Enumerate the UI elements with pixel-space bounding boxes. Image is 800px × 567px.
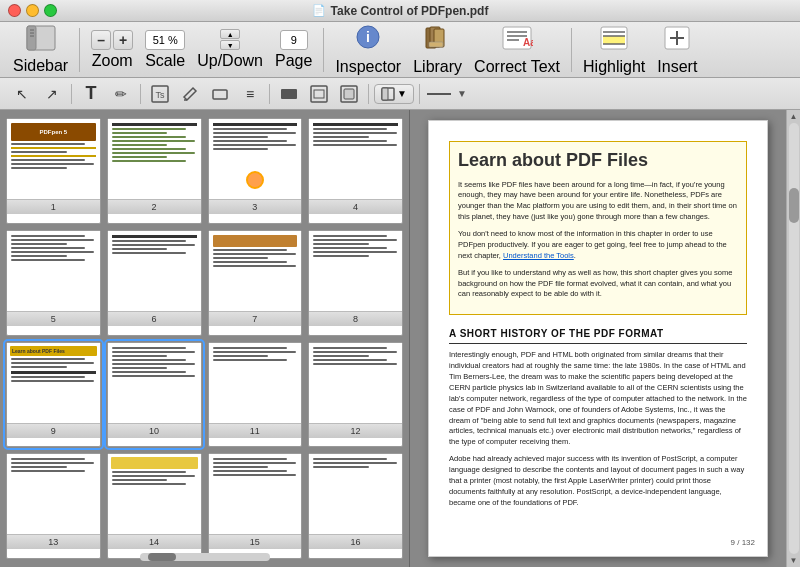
page-down-button[interactable]: ▼ (220, 40, 240, 50)
correct-text-icon: Aa (501, 24, 533, 56)
thumbnail-1[interactable]: PDFpen 5 1 (6, 118, 101, 224)
thumbnail-8[interactable]: 8 (308, 230, 403, 336)
list-tool-button[interactable]: ≡ (236, 81, 264, 107)
line-tool-button[interactable] (425, 81, 453, 107)
sep7 (368, 84, 369, 104)
thumbnail-16[interactable]: 16 (308, 453, 403, 559)
sep2 (323, 28, 324, 72)
pdf-para1: It seems like PDF files have been around… (458, 180, 738, 224)
page-marker (246, 171, 264, 189)
pdf-scrollbar[interactable]: ▲ ▼ (786, 110, 800, 567)
page-up-button[interactable]: ▲ (220, 29, 240, 39)
thumbnail-10[interactable]: 10 (107, 342, 202, 448)
insert-icon (662, 24, 692, 56)
line-style-dropdown[interactable]: ▼ (457, 88, 467, 99)
page-label: Page (275, 52, 312, 70)
close-button[interactable] (8, 4, 21, 17)
scale-input[interactable] (145, 30, 185, 50)
scroll-down-button[interactable]: ▼ (790, 556, 798, 565)
thumb-img-13 (7, 454, 100, 534)
scroll-knob[interactable] (789, 188, 799, 223)
insert-label: Insert (657, 58, 697, 76)
thumbnail-2[interactable]: 2 (107, 118, 202, 224)
redact-tool-button[interactable] (275, 81, 303, 107)
zoom-in-button[interactable]: + (113, 30, 133, 50)
form-tool-button[interactable] (305, 81, 333, 107)
highlight-icon (599, 24, 629, 56)
thumb-img-8 (309, 231, 402, 311)
thumb-img-4 (309, 119, 402, 199)
insert-button[interactable]: Insert (652, 21, 702, 79)
thumbnail-14[interactable]: 14 (107, 453, 202, 559)
thumbnail-11[interactable]: 11 (208, 342, 303, 448)
correct-text-label: Correct Text (474, 58, 560, 76)
thumb-img-15 (209, 454, 302, 534)
thumb-num-1: 1 (7, 199, 100, 214)
sidebar-scrollbar-knob (148, 553, 176, 561)
shape-tool-button[interactable] (206, 81, 234, 107)
library-label: Library (413, 58, 462, 76)
thumb-num-2: 2 (108, 199, 201, 214)
thumb-img-16 (309, 454, 402, 534)
thumb-num-13: 13 (7, 534, 100, 549)
pdf-heading: Learn about PDF Files (458, 150, 738, 172)
zoom-out-button[interactable]: – (91, 30, 111, 50)
thumbnail-5[interactable]: 5 (6, 230, 101, 336)
highlight-button[interactable]: Highlight (578, 21, 650, 79)
thumb-img-5 (7, 231, 100, 311)
page-input[interactable] (280, 30, 308, 50)
thumb-num-8: 8 (309, 311, 402, 326)
minimize-button[interactable] (26, 4, 39, 17)
pointer-tool-button[interactable]: ↗ (38, 81, 66, 107)
sidebar-scrollbar[interactable] (140, 553, 270, 561)
thumb-img-14 (108, 454, 201, 534)
thumb-img-6 (108, 231, 201, 311)
zoom-group: – + Zoom (86, 27, 138, 73)
inspector-button[interactable]: i Inspector (330, 21, 406, 79)
thumb-num-15: 15 (209, 534, 302, 549)
thumbnail-12[interactable]: 12 (308, 342, 403, 448)
sidebar-label: Sidebar (13, 57, 68, 75)
thumbnail-6[interactable]: 6 (107, 230, 202, 336)
select-tool-button[interactable]: ↖ (8, 81, 36, 107)
thumb-img-1: PDFpen 5 (7, 119, 100, 199)
text-tool-button[interactable]: T (77, 81, 105, 107)
thumb-num-10: 10 (108, 423, 201, 438)
svg-rect-27 (213, 90, 227, 99)
svg-rect-32 (344, 89, 354, 99)
pdf-para4: Interestingly enough, PDF and HTML both … (449, 350, 747, 448)
thumbnail-3[interactable]: 3 (208, 118, 303, 224)
annotation-tool-button[interactable]: Ts (146, 81, 174, 107)
library-button[interactable]: Library (408, 21, 467, 79)
correct-text-button[interactable]: Aa Correct Text (469, 21, 565, 79)
scroll-up-button[interactable]: ▲ (790, 112, 798, 121)
view-toggle-button[interactable]: ▼ (374, 84, 414, 104)
sidebar-icon (26, 25, 56, 55)
thumbnail-4[interactable]: 4 (308, 118, 403, 224)
sidebar-button[interactable]: Sidebar (8, 22, 73, 78)
pdf-page: Learn about PDF Files It seems like PDF … (428, 120, 768, 557)
updown-label: Up/Down (197, 52, 263, 70)
thumbnail-9[interactable]: Learn about PDF Files 9 (6, 342, 101, 448)
pdf-link[interactable]: Understand the Tools (503, 251, 574, 260)
svg-rect-28 (281, 89, 297, 99)
thumb-num-3: 3 (209, 199, 302, 214)
maximize-button[interactable] (44, 4, 57, 17)
pdf-highlight-box: Learn about PDF Files It seems like PDF … (449, 141, 747, 315)
inspector-icon: i (353, 24, 383, 56)
scale-group: Scale (140, 27, 190, 73)
sidebar-panel: PDFpen 5 1 (0, 110, 410, 567)
svg-text:i: i (366, 29, 370, 45)
edit-tool-button[interactable]: ✏ (107, 81, 135, 107)
pdf-para3: But if you like to understand why as wel… (458, 268, 738, 301)
pdf-view[interactable]: Learn about PDF Files It seems like PDF … (410, 110, 786, 567)
thumb-num-12: 12 (309, 423, 402, 438)
thumbnail-13[interactable]: 13 (6, 453, 101, 559)
thumbnail-7[interactable]: 7 (208, 230, 303, 336)
sep1 (79, 28, 80, 72)
thumbnail-15[interactable]: 15 (208, 453, 303, 559)
pencil-tool-button[interactable] (176, 81, 204, 107)
svg-text:Aa: Aa (523, 37, 533, 48)
stamp-tool-button[interactable] (335, 81, 363, 107)
library-icon (423, 24, 453, 56)
